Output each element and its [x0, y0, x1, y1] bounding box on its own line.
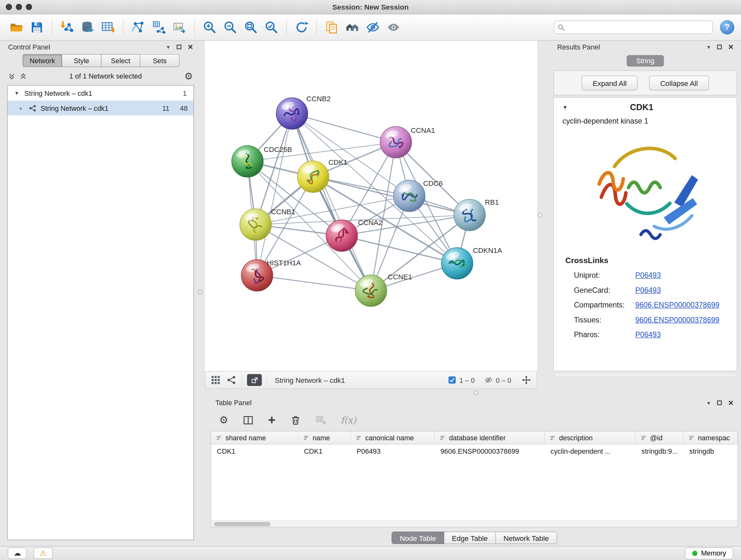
network-node-RB1[interactable] — [454, 199, 485, 231]
cloud-status-button[interactable]: ☁ — [8, 548, 27, 559]
collection-caret-icon[interactable]: ▼ — [14, 91, 19, 96]
refresh-view-button[interactable] — [292, 17, 311, 37]
network-node-CCNB1[interactable] — [240, 209, 272, 240]
network-edge-CCNB2-HIST1H1A[interactable] — [257, 114, 292, 275]
tab-network[interactable]: Network — [23, 54, 62, 67]
table-row[interactable]: CDK1 CDK1 P06493 9606.ENSP00000378699 cy… — [211, 444, 738, 458]
tab-network-table[interactable]: Network Table — [496, 532, 557, 544]
network-node-CCNA2[interactable] — [326, 220, 358, 252]
export-image-button[interactable] — [170, 17, 189, 37]
cell-description[interactable]: cyclin-dependent ... — [545, 444, 636, 458]
cell-canonical-name[interactable]: P06493 — [351, 444, 435, 458]
help-button[interactable]: ? — [720, 20, 734, 35]
crosslink-link[interactable]: 9606.ENSP00000378699 — [635, 300, 720, 309]
bottom-splitter-handle[interactable] — [474, 390, 479, 395]
checkbox-icon[interactable] — [448, 376, 456, 384]
cell-name[interactable]: CDK1 — [298, 444, 351, 458]
panel-menu-icon[interactable]: ▼ — [706, 44, 711, 50]
table-horizontal-scrollbar[interactable] — [211, 521, 738, 527]
network-edge-CCNE1-HIST1H1A[interactable] — [257, 275, 371, 291]
tab-select[interactable]: Select — [101, 54, 140, 67]
results-tab-string[interactable]: String — [627, 55, 664, 67]
zoom-out-button[interactable] — [221, 17, 240, 37]
cell-shared-name[interactable]: CDK1 — [211, 444, 298, 458]
hidden-eye-icon[interactable] — [484, 376, 493, 384]
warnings-button[interactable]: ⚠ — [33, 548, 53, 559]
close-panel-button[interactable]: × — [728, 398, 733, 407]
column-header-shared-name[interactable]: shared name — [211, 432, 298, 445]
grid-view-button[interactable] — [210, 374, 221, 386]
column-header-name[interactable]: name — [298, 432, 351, 445]
network-collection-row[interactable]: ▼ String Network – cdk1 1 — [8, 86, 193, 101]
network-node-CCNE1[interactable] — [355, 275, 387, 307]
right-splitter-handle[interactable] — [538, 212, 542, 217]
new-network-button[interactable] — [129, 17, 148, 37]
crosslink-link[interactable]: P06493 — [635, 286, 661, 294]
panel-menu-icon[interactable]: ▼ — [166, 44, 171, 50]
scrollbar-thumb[interactable] — [214, 522, 271, 526]
network-node-CDK1[interactable] — [297, 161, 329, 192]
tab-node-table[interactable]: Node Table — [392, 532, 444, 544]
show-all-button[interactable] — [384, 17, 403, 37]
left-splitter-handle[interactable] — [198, 290, 203, 295]
copy-document-button[interactable] — [322, 17, 341, 37]
float-panel-button[interactable] — [718, 400, 722, 405]
network-node-CDC25B[interactable] — [232, 145, 263, 177]
network-node-CDC6[interactable] — [394, 180, 425, 212]
expand-all-button[interactable]: Expand All — [582, 75, 637, 90]
crosslink-link[interactable]: P06493 — [635, 271, 661, 279]
delete-table-button[interactable] — [315, 415, 327, 426]
function-builder-button[interactable]: f(x) — [340, 415, 356, 425]
detach-view-button[interactable] — [247, 374, 262, 386]
network-node-CCNA1[interactable] — [380, 126, 412, 158]
crosslink-link[interactable]: P06493 — [635, 330, 661, 339]
add-column-button[interactable]: + — [268, 414, 276, 427]
import-network-from-database-button[interactable] — [78, 17, 97, 37]
column-header-id[interactable]: @id — [636, 432, 684, 445]
open-session-button[interactable] — [7, 17, 26, 37]
tab-edge-table[interactable]: Edge Table — [444, 532, 496, 544]
hide-selected-button[interactable] — [363, 17, 383, 37]
save-session-button[interactable] — [27, 17, 47, 37]
memory-button[interactable]: Memory — [685, 547, 733, 559]
network-options-gear-icon[interactable]: ⚙ — [185, 71, 193, 82]
cell-namespace[interactable]: stringdb — [684, 444, 738, 458]
column-header-canonical-name[interactable]: canonical name — [351, 432, 435, 445]
network-node-CDKN1A[interactable] — [441, 248, 473, 279]
column-header-database-identifier[interactable]: database identifier — [434, 432, 545, 445]
zoom-in-button[interactable] — [200, 17, 219, 37]
network-node-CCNB2[interactable] — [276, 98, 308, 129]
show-columns-button[interactable] — [243, 415, 254, 426]
network-row-selected[interactable]: ● String Network – cdk1 11 48 — [8, 101, 193, 116]
close-panel-button[interactable]: × — [188, 43, 193, 51]
float-panel-button[interactable] — [718, 45, 722, 50]
gene-collapse-caret-icon[interactable]: ▼ — [562, 105, 568, 110]
close-window-button[interactable] — [6, 4, 12, 10]
cell-id[interactable]: stringdb:9... — [636, 444, 684, 458]
collapse-all-networks-icon[interactable] — [20, 72, 27, 80]
pan-tool-button[interactable] — [521, 374, 532, 386]
panel-menu-icon[interactable]: ▼ — [706, 400, 711, 406]
table-options-gear-icon[interactable]: ⚙ — [219, 415, 228, 426]
tab-sets[interactable]: Sets — [140, 54, 180, 67]
results-horizontal-scrollbar[interactable] — [554, 373, 736, 377]
import-network-from-file-button[interactable] — [57, 17, 77, 37]
column-header-namespace[interactable]: namespac — [684, 432, 738, 445]
column-header-description[interactable]: description — [545, 432, 636, 445]
network-canvas[interactable]: CCNB2CCNA1CDC25BCDK1CDC6RB1CCNB1CCNA2CDK… — [205, 41, 537, 371]
zoom-fit-button[interactable] — [241, 17, 260, 37]
expand-all-networks-icon[interactable] — [8, 72, 16, 80]
import-table-from-file-button[interactable] — [98, 17, 118, 37]
tab-style[interactable]: Style — [62, 54, 102, 67]
close-panel-button[interactable]: × — [728, 43, 733, 51]
zoom-window-button[interactable] — [26, 4, 32, 10]
network-edge-CCNB2-CCNE1[interactable] — [292, 114, 371, 291]
collapse-all-button[interactable]: Collapse All — [649, 75, 709, 90]
float-panel-button[interactable] — [177, 45, 182, 50]
show-data-panel-button[interactable] — [343, 17, 362, 37]
minimize-window-button[interactable] — [16, 4, 22, 10]
new-network-from-table-button[interactable] — [149, 17, 169, 37]
delete-column-button[interactable] — [290, 415, 301, 426]
crosslink-link[interactable]: 9606.ENSP00000378699 — [635, 315, 720, 324]
zoom-selected-button[interactable] — [262, 17, 281, 37]
